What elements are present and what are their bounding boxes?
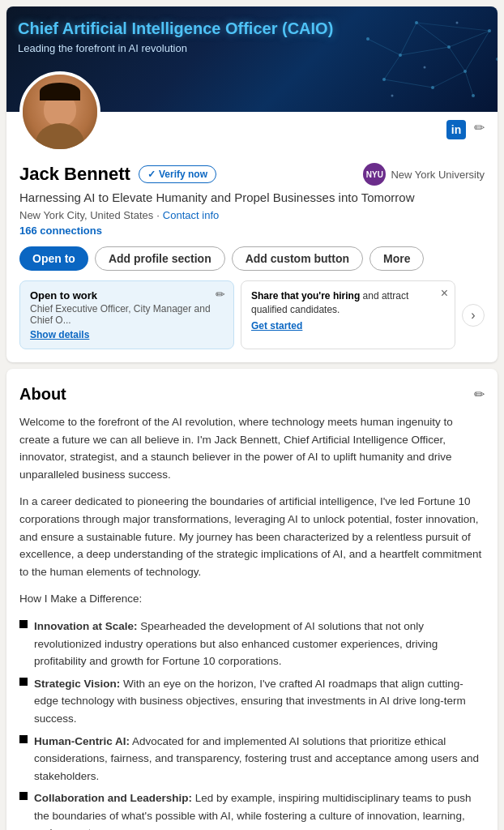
university-badge: NYU New York University — [363, 163, 485, 186]
svg-point-11 — [424, 66, 426, 69]
open-to-button[interactable]: Open to — [19, 246, 88, 271]
hiring-card-close-button[interactable]: × — [441, 286, 448, 301]
svg-line-21 — [384, 55, 400, 79]
contact-info-link[interactable]: Contact info — [163, 209, 219, 221]
hero-subtitle: Leading the forefront in AI revolution — [18, 42, 333, 54]
open-to-work-card: ✏ Open to work Chief Executive Officer, … — [19, 280, 234, 349]
add-custom-button-button[interactable]: Add custom button — [232, 246, 363, 271]
about-header: About ✏ — [19, 385, 485, 404]
university-name: New York University — [391, 169, 485, 181]
open-work-title: Open to work — [30, 289, 224, 302]
about-title: About — [19, 385, 66, 404]
verify-label: Verify now — [159, 169, 207, 180]
get-started-link[interactable]: Get started — [251, 320, 445, 332]
tagline: Harnessing AI to Elevate Humanity and Pr… — [19, 189, 485, 206]
svg-line-18 — [449, 31, 489, 47]
hiring-text: Share that you're hiring and attract qua… — [251, 289, 445, 317]
svg-point-10 — [456, 22, 459, 24]
hiring-text-bold: Share that you're hiring — [251, 290, 360, 302]
action-buttons-row: Open to Add profile section Add custom b… — [6, 237, 498, 271]
bullet-text-2: Strategic Vision: With an eye on the hor… — [34, 675, 485, 728]
about-edit-icon[interactable]: ✏ — [474, 387, 485, 402]
bullet-icon-4 — [19, 792, 28, 800]
svg-line-13 — [416, 23, 449, 47]
bullet-item-3: Human-Centric AI: Advocated for and impl… — [19, 733, 485, 785]
status-cards-row: ✏ Open to work Chief Executive Officer, … — [6, 271, 498, 349]
bullet-icon-1 — [19, 620, 28, 628]
profile-edit-icon[interactable]: ✏ — [474, 120, 485, 139]
about-para-3: How I Make a Difference: — [19, 590, 485, 608]
bullet-text-4: Collaboration and Leadership: Led by exa… — [34, 789, 485, 830]
verify-check-icon: ✓ — [147, 169, 156, 180]
linkedin-icon: in — [446, 120, 466, 139]
about-para-1: Welcome to the forefront of the AI revol… — [19, 413, 485, 483]
svg-line-19 — [433, 71, 465, 88]
svg-line-24 — [416, 23, 489, 31]
svg-point-9 — [496, 58, 498, 61]
svg-line-15 — [449, 47, 465, 71]
open-work-subtitle: Chief Executive Officer, City Manager an… — [30, 303, 224, 326]
svg-line-23 — [368, 39, 400, 55]
avatar — [19, 71, 100, 152]
university-icon: NYU — [363, 163, 386, 186]
bullet-item-1: Innovation at Scale: Spearheaded the dev… — [19, 618, 485, 670]
bullet-item-4: Collaboration and Leadership: Led by exa… — [19, 789, 485, 830]
bullet-item-2: Strategic Vision: With an eye on the hor… — [19, 675, 485, 728]
about-section: About ✏ Welcome to the forefront of the … — [6, 369, 498, 830]
bullet-text-1: Innovation at Scale: Spearheaded the dev… — [34, 618, 485, 670]
profile-name: Jack Bennett — [19, 164, 130, 185]
bullet-icon-2 — [19, 678, 28, 686]
add-profile-section-button[interactable]: Add profile section — [95, 246, 225, 271]
svg-line-17 — [465, 31, 489, 71]
svg-line-22 — [384, 79, 433, 88]
about-body: Welcome to the forefront of the AI revol… — [19, 413, 485, 830]
bullet-text-3: Human-Centric AI: Advocated for and impl… — [34, 733, 485, 785]
svg-point-12 — [391, 95, 394, 97]
about-para-2: In a career dedicated to pioneering the … — [19, 493, 485, 580]
open-work-edit-icon[interactable]: ✏ — [216, 288, 225, 301]
svg-line-20 — [465, 71, 473, 96]
hiring-card: × Share that you're hiring and attract q… — [241, 280, 455, 349]
more-button[interactable]: More — [369, 246, 424, 271]
connections-count[interactable]: 166 connections — [19, 225, 485, 237]
carousel-next-button[interactable]: › — [462, 304, 485, 327]
verify-button[interactable]: ✓ Verify now — [139, 165, 216, 183]
bullet-icon-3 — [19, 735, 28, 743]
hero-text: Chief Artificial Intelligence Officer (C… — [18, 18, 333, 54]
svg-line-14 — [400, 23, 416, 55]
show-details-link[interactable]: Show details — [30, 329, 224, 340]
hero-title: Chief Artificial Intelligence Officer (C… — [18, 18, 333, 39]
location-text: New York City, United States — [19, 209, 153, 221]
svg-line-16 — [400, 47, 449, 55]
